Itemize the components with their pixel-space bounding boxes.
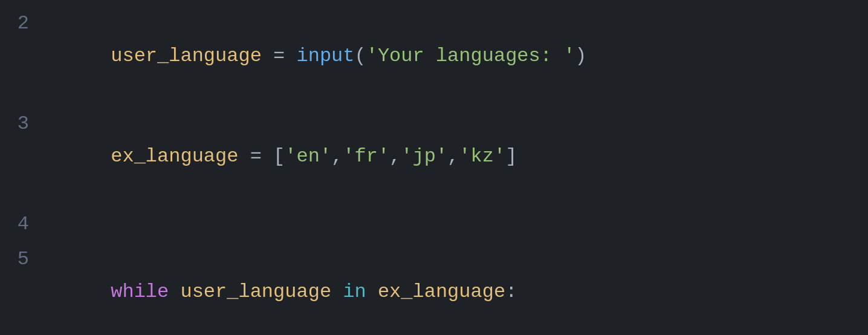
line-number-5: 5 [0,243,41,276]
code-line-3: 3 ex_language = ['en','fr','jp','kz'] [0,106,868,207]
token: 'fr' [343,145,389,168]
line-number-4: 4 [0,208,41,241]
token: , [389,145,401,168]
code-line-5: 5 while user_language in ex_language: [0,242,868,335]
token: 'Your languages: ' [366,45,575,67]
code-line-2: 2 user_language = input('Your languages:… [0,6,868,106]
code-line-4: 4 [0,207,868,242]
token: ex_language [111,145,238,168]
token: ) [575,45,586,67]
token: , [331,145,343,168]
token: 'jp' [401,145,447,168]
line-content-3[interactable]: ex_language = ['en','fr','jp','kz'] [41,108,517,206]
token: = [238,145,273,168]
line-content-4 [41,208,53,241]
line-content-2[interactable]: user_language = input('Your languages: '… [41,7,587,105]
token [169,281,180,303]
token: input [296,45,354,67]
token: 'kz' [459,145,505,168]
token: 'en' [285,145,331,168]
token: : [505,281,517,303]
token: = [262,45,297,67]
token: ex_language [378,281,505,303]
code-editor: 2 user_language = input('Your languages:… [0,0,868,335]
token: in [343,281,366,303]
line-number-3: 3 [0,108,41,140]
token: user_language [111,45,262,67]
token [331,281,343,303]
token [366,281,378,303]
token: , [447,145,459,168]
line-number-2: 2 [0,7,41,40]
token: ] [505,145,517,168]
line-content-5[interactable]: while user_language in ex_language: [41,243,517,335]
token: user_language [180,281,331,303]
token: [ [273,145,285,168]
token: ( [354,45,366,67]
token: while [111,281,169,303]
